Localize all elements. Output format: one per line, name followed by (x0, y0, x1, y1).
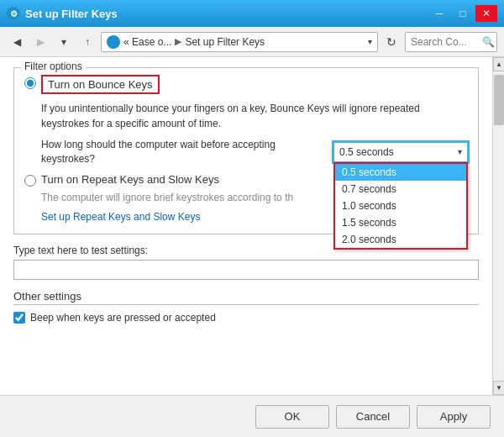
seconds-dropdown-menu: 0.5 seconds 0.7 seconds 1.0 seconds 1.5 … (333, 162, 468, 250)
scrollbar[interactable]: ▲ ▼ (492, 57, 504, 395)
address-bar: « Ease o... ▶ Set up Filter Keys ▾ (101, 32, 378, 52)
forward-button[interactable]: ▶ (30, 32, 50, 52)
dropdown-nav-button[interactable]: ▾ (54, 32, 74, 52)
dropdown-item-2[interactable]: 1.0 seconds (335, 197, 466, 214)
back-button[interactable]: ◀ (7, 32, 27, 52)
scroll-thumb[interactable] (494, 75, 504, 125)
ok-button[interactable]: OK (255, 405, 329, 429)
repeat-keys-link[interactable]: Set up Repeat Keys and Slow Keys (41, 211, 200, 223)
title-bar: ⚙ Set up Filter Keys ─ □ ✕ (0, 0, 504, 27)
search-input[interactable] (411, 36, 482, 48)
maximize-button[interactable]: □ (452, 5, 474, 22)
breadcrumb-separator: ▶ (175, 36, 181, 47)
beep-label: Beep when keys are pressed or accepted (30, 312, 216, 324)
repeat-keys-label: Turn on Repeat Keys and Slow Keys (41, 173, 219, 186)
wait-question-label: How long should the computer wait before… (41, 138, 325, 166)
bounce-keys-radio[interactable] (24, 77, 36, 89)
beep-checkbox[interactable] (13, 312, 25, 324)
test-input[interactable] (13, 260, 479, 280)
scroll-down-button[interactable]: ▼ (493, 381, 504, 395)
other-settings-label: Other settings (13, 290, 479, 305)
bounce-keys-option: Turn on Bounce Keys (24, 75, 468, 94)
dropdown-item-3[interactable]: 1.5 seconds (335, 214, 466, 231)
search-bar: 🔍 (405, 32, 497, 52)
window-controls: ─ □ ✕ (428, 5, 497, 22)
bounce-keys-label: Turn on Bounce Keys (41, 75, 160, 94)
main-content: Filter options Turn on Bounce Keys If yo… (0, 57, 504, 395)
address-globe-icon (107, 35, 120, 49)
bounce-keys-description: If you unintentionally bounce your finge… (41, 101, 468, 131)
dropdown-item-0[interactable]: 0.5 seconds (335, 164, 466, 181)
dropdown-selected-value: 0.5 seconds (339, 146, 394, 158)
scroll-up-button[interactable]: ▲ (493, 57, 504, 71)
dropdown-item-1[interactable]: 0.7 seconds (335, 181, 466, 197)
nav-bar: ◀ ▶ ▾ ↑ « Ease o... ▶ Set up Filter Keys… (0, 27, 504, 57)
address-dropdown-arrow[interactable]: ▾ (368, 37, 372, 46)
breadcrumb-current: Set up Filter Keys (185, 36, 265, 48)
window-title: Set up Filter Keys (25, 8, 118, 20)
filter-options-group: Filter options Turn on Bounce Keys If yo… (13, 67, 479, 234)
beep-checkbox-row: Beep when keys are pressed or accepted (13, 312, 479, 324)
content-area: Filter options Turn on Bounce Keys If yo… (0, 57, 492, 395)
cancel-button[interactable]: Cancel (336, 405, 410, 429)
footer: OK Cancel Apply (0, 395, 504, 437)
close-button[interactable]: ✕ (475, 5, 497, 22)
refresh-button[interactable]: ↻ (381, 32, 402, 52)
wait-dropdown-row: How long should the computer wait before… (41, 138, 468, 166)
repeat-keys-radio[interactable] (24, 175, 36, 187)
breadcrumb-prefix: « Ease o... (123, 36, 171, 48)
dropdown-item-4[interactable]: 2.0 seconds (335, 231, 466, 248)
app-icon: ⚙ (7, 7, 20, 20)
test-field-section: Type text here to test settings: (13, 245, 479, 280)
apply-button[interactable]: Apply (417, 405, 491, 429)
search-icon: 🔍 (482, 36, 495, 48)
dropdown-arrow-icon: ▾ (458, 147, 462, 156)
seconds-dropdown-container: 0.5 seconds ▾ 0.5 seconds 0.7 seconds 1.… (333, 142, 468, 162)
other-settings-section: Other settings Beep when keys are presse… (13, 290, 479, 324)
seconds-dropdown-button[interactable]: 0.5 seconds ▾ (333, 142, 468, 162)
title-bar-icon-group: ⚙ Set up Filter Keys (7, 7, 118, 20)
up-button[interactable]: ↑ (77, 32, 97, 52)
minimize-button[interactable]: ─ (428, 5, 450, 22)
filter-options-label: Filter options (21, 61, 86, 72)
